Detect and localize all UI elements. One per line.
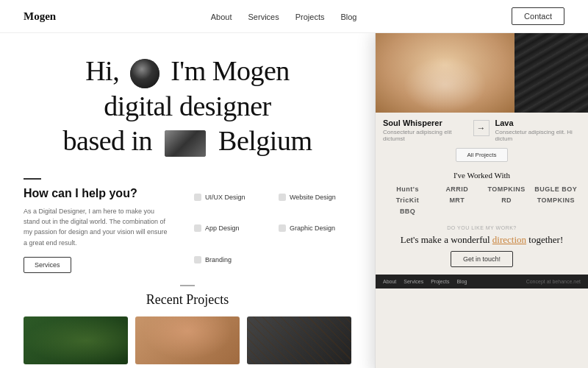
project-thumb-3[interactable] <box>247 316 351 364</box>
services-divider <box>24 178 41 180</box>
proj-card-soul-title: Soul Whisperer <box>383 118 469 127</box>
recent-divider <box>180 285 195 286</box>
footer-credit: Concept at behance.net <box>526 279 581 284</box>
cta-heading-suffix: together! <box>528 234 563 245</box>
brand-tompkins2: TOMPKINS <box>534 197 578 204</box>
brand-icon <box>194 256 201 263</box>
nav-link-services[interactable]: Services <box>248 13 279 21</box>
footer-link-services[interactable]: Services <box>404 279 423 284</box>
cta-heading: Let's make a wonderful direction togethe… <box>384 233 579 247</box>
service-item-uiux: UI/UX Design <box>194 184 267 211</box>
services-heading: How can I help you? <box>24 187 171 200</box>
service-item-app: App Design <box>194 215 267 242</box>
footer-link-blog[interactable]: Blog <box>456 279 467 284</box>
footer-link-projects[interactable]: Projects <box>431 279 449 284</box>
hero-line3-suffix: Belgium <box>218 125 312 156</box>
brands-grid: Hunt's ARRID TOMPKINS BUGLE BOY TricKit … <box>383 185 581 215</box>
brand-tompkins: TOMPKINS <box>485 185 528 193</box>
brand-rd: RD <box>485 197 528 204</box>
service-item-graphic: Graphic Design <box>279 215 351 242</box>
hero-line3-prefix: based in <box>63 125 153 156</box>
nav-link-projects[interactable]: Projects <box>295 13 325 21</box>
cta-section: DO YOU LIKE MY WORK? Let's make a wonder… <box>376 219 588 272</box>
service-label-graphic: Graphic Design <box>290 224 335 232</box>
brand-arrid: ARRID <box>435 185 478 193</box>
proj-card-soul-desc: Consectetur adipiscing elit dictumst <box>383 129 469 142</box>
right-footer: About Services Projects Blog Concept at … <box>376 275 588 289</box>
footer-link-about[interactable]: About <box>383 279 396 284</box>
services-right: UI/UX Design Website Design App Design G… <box>194 178 351 274</box>
brand-bbq: BBQ <box>386 208 429 215</box>
arrow-button[interactable]: → <box>473 120 490 136</box>
service-item-branding: Branding <box>194 247 267 274</box>
worked-with-title: I've Worked With <box>383 171 581 180</box>
project-card-soul: Soul Whisperer Consectetur adipiscing el… <box>383 118 469 142</box>
cta-heading-prefix: Let's make a wonderful <box>401 234 490 245</box>
service-item-website: Website Design <box>279 184 351 211</box>
project-card-lava: Lava Consectetur adipiscing elit. Hi dic… <box>495 118 581 142</box>
globe-icon <box>279 194 286 201</box>
hero-photo-inline <box>165 130 206 157</box>
main-layout: Hi, I'm Mogen digital designer based in … <box>0 33 588 368</box>
mobile-icon <box>194 224 201 232</box>
hero-section: Hi, I'm Mogen digital designer based in … <box>0 33 375 172</box>
proj-card-lava-desc: Consectetur adipiscing elit. Hi dictum <box>495 129 581 142</box>
hero-name: I'm Mogen <box>171 55 290 86</box>
projects-row <box>0 316 375 364</box>
hero-title: Hi, I'm Mogen digital designer based in … <box>29 54 345 159</box>
recent-section: Recent Projects <box>0 285 375 364</box>
brand-bugle-boy: BUGLE BOY <box>534 185 578 193</box>
hero-avatar <box>130 59 159 88</box>
left-panel: Hi, I'm Mogen digital designer based in … <box>0 33 375 368</box>
hero-hi: Hi, <box>85 55 119 86</box>
services-button[interactable]: Services <box>24 257 71 273</box>
services-section: How can I help you? As a Digital Designe… <box>0 178 375 274</box>
cta-small-label: DO YOU LIKE MY WORK? <box>384 225 579 230</box>
nav-link-blog[interactable]: Blog <box>340 13 356 21</box>
project-cards: Soul Whisperer Consectetur adipiscing el… <box>376 113 588 148</box>
service-label-app: App Design <box>205 224 240 232</box>
brand-hunts: Hunt's <box>386 185 429 193</box>
all-projects-button[interactable]: All Projects <box>456 148 507 162</box>
nav-logo: Mogen <box>24 10 56 23</box>
project-thumb-2[interactable] <box>135 316 240 364</box>
service-label-uiux: UI/UX Design <box>205 194 245 201</box>
cta-direction-link[interactable]: direction <box>492 234 526 245</box>
services-left: How can I help you? As a Digital Designe… <box>24 178 171 274</box>
hero-line2: digital designer <box>104 91 270 121</box>
footer-links: About Services Projects Blog <box>383 279 467 284</box>
service-label-branding: Branding <box>205 256 232 263</box>
nav-links: About Services Projects Blog <box>211 10 357 23</box>
layout-icon <box>194 194 201 201</box>
proj-card-lava-title: Lava <box>495 118 581 127</box>
navbar: Mogen About Services Projects Blog Conta… <box>0 0 588 33</box>
cta-button[interactable]: Get in touch! <box>451 251 513 267</box>
brand-mrt: MRT <box>435 197 478 204</box>
contact-button[interactable]: Contact <box>512 7 564 25</box>
all-projects-container: All Projects <box>376 148 588 162</box>
recent-title: Recent Projects <box>0 292 375 308</box>
right-texture-image <box>514 33 588 113</box>
services-description: As a Digital Designer, I am here to make… <box>24 206 171 249</box>
brand-trickit: TricKit <box>386 197 429 204</box>
photo-icon <box>279 224 286 232</box>
project-thumb-1[interactable] <box>24 316 128 364</box>
right-panel: Soul Whisperer Consectetur adipiscing el… <box>375 33 588 368</box>
nav-link-about[interactable]: About <box>211 13 232 21</box>
service-label-website: Website Design <box>290 194 336 201</box>
right-portrait-image <box>376 33 514 113</box>
worked-with-section: I've Worked With Hunt's ARRID TOMPKINS B… <box>376 166 588 219</box>
right-top-images <box>376 33 588 113</box>
